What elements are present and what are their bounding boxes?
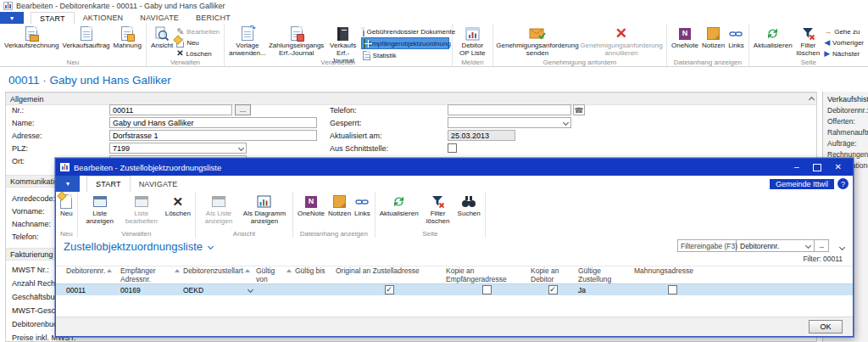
- checkbox[interactable]: [668, 285, 677, 294]
- minimize-button[interactable]: –: [794, 163, 799, 171]
- cell-debitorennr[interactable]: 00011: [64, 286, 119, 294]
- fasttab-allgemein[interactable]: Allgemein: [6, 93, 816, 105]
- dialog-loeschen-button[interactable]: ✕ Löschen: [164, 193, 192, 219]
- col-gueltig-bis[interactable]: Gültig bis: [293, 266, 334, 283]
- suchen-button[interactable]: Suchen: [456, 193, 482, 219]
- aus-schnittstelle-checkbox[interactable]: [448, 143, 457, 153]
- verkaufsrechnung-button[interactable]: Verkaufsrechnung: [3, 25, 61, 51]
- dialog-app-menu-button[interactable]: ▾: [56, 176, 80, 192]
- zahlungseingangs-journal-button[interactable]: Zahlungseingangs Erf.-Journal: [268, 25, 326, 59]
- debitor-op-liste-button[interactable]: Debitor OP Liste: [455, 25, 490, 59]
- name-field[interactable]: Gaby und Hans Galliker: [109, 117, 317, 128]
- nr-field[interactable]: 00011: [109, 104, 232, 115]
- filter-pane-chevron-icon[interactable]: [838, 243, 844, 251]
- naechster-button[interactable]: ▶Nächster: [822, 48, 865, 59]
- nr-label: Nr.:: [12, 106, 24, 115]
- mahnung-button[interactable]: Mahnung: [112, 25, 143, 51]
- col-kopie-an-empfaengeradresse[interactable]: Kopie an Empfängeradresse: [444, 266, 529, 283]
- als-diagramm-anzeigen-button[interactable]: Als Diagramm anzeigen: [239, 193, 290, 227]
- cell-original-an-zustelladresse[interactable]: [334, 285, 444, 294]
- checkbox[interactable]: [482, 285, 492, 294]
- gesperrt-field[interactable]: [448, 117, 571, 128]
- loeschen-button[interactable]: ✕Löschen: [175, 48, 221, 59]
- dialog-aktualisieren-button[interactable]: Aktualisieren: [378, 193, 420, 219]
- page-title: 00011 · Gaby und Hans Galliker: [8, 74, 171, 87]
- filter-loeschen-button[interactable]: Filter löschen: [794, 25, 823, 59]
- col-original-an-zustelladresse[interactable]: Original an Zustelladresse: [334, 266, 444, 283]
- cell-kopie-an-empfaengeradresse[interactable]: [444, 285, 529, 294]
- cell-debitorenzustellart[interactable]: OEKD: [181, 286, 254, 294]
- main-titlebar: Bearbeiten - Debitorenkarte - 00011 - Ga…: [0, 0, 868, 12]
- onenote-icon: N: [305, 196, 317, 208]
- col-mahnungsadresse[interactable]: Mahnungsadresse: [632, 266, 712, 283]
- filter-field-select[interactable]: Debitorennr.: [737, 239, 815, 252]
- telefon-field[interactable]: [448, 104, 571, 115]
- gebuehrendossier-button[interactable]: Gebührendossier Dokumente: [361, 26, 449, 36]
- factbox-title[interactable]: Verkaufshistorie: [827, 95, 868, 104]
- dialog-onenote-button[interactable]: N OneNote: [296, 193, 326, 219]
- checkbox[interactable]: [548, 285, 558, 294]
- onenote-icon: N: [679, 28, 691, 40]
- dialog-filter-loeschen-button[interactable]: Filter löschen: [420, 193, 456, 227]
- adresse-field[interactable]: Dorfstrasse 1: [109, 130, 317, 141]
- bearbeiten-button[interactable]: ✎Bearbeiten: [175, 26, 221, 36]
- filter-bar: Filtereingabe (F3) Debitorennr. →: [677, 239, 829, 252]
- refresh-icon: [392, 194, 406, 209]
- genehmigung-senden-button[interactable]: Genehmigungsanforderung senden: [496, 25, 579, 59]
- onenote-button[interactable]: N OneNote: [670, 25, 700, 51]
- dialog-tab-start[interactable]: START: [86, 176, 131, 192]
- col-kopie-an-debitor[interactable]: Kopie an Debitor: [529, 266, 576, 283]
- cell-empfaenger-adressnr[interactable]: 00169: [119, 286, 181, 294]
- ansicht-button[interactable]: Ansicht: [149, 25, 175, 51]
- tab-aktionen[interactable]: AKTIONEN: [75, 12, 132, 24]
- liste-bearbeiten-button[interactable]: Liste bearbeiten: [120, 193, 164, 227]
- filter-input[interactable]: Filtereingabe (F3): [677, 239, 737, 252]
- cell-gueltige-zustellung[interactable]: Ja: [576, 286, 632, 294]
- dialog-group-seite: Aktualisieren Filter löschen: [376, 192, 486, 238]
- col-gueltige-zustellung[interactable]: Gültige Zustellung: [576, 266, 632, 283]
- vorlage-anwenden-button[interactable]: ↷ Vorlage anwenden...: [227, 25, 268, 59]
- plz-field[interactable]: 7199: [109, 143, 247, 154]
- liste-anzeigen-button[interactable]: Liste anzeigen: [81, 193, 120, 227]
- cell-kopie-an-debitor[interactable]: [529, 285, 576, 294]
- assist-edit-button[interactable]: ...: [235, 104, 251, 115]
- close-button[interactable]: ✕: [835, 163, 842, 171]
- collapse-chevron-icon[interactable]: [808, 95, 814, 104]
- dropdown-chevron-icon: [238, 145, 244, 151]
- telefon-label: Telefon:: [330, 106, 357, 115]
- tab-bericht[interactable]: BERICHT: [187, 12, 239, 24]
- aktualisieren-button[interactable]: Aktualisieren: [752, 25, 794, 51]
- verkaufsauftrag-button[interactable]: Verkaufsauftrag: [61, 25, 112, 51]
- dialog-links-button[interactable]: Links: [353, 193, 372, 219]
- dialog-neu-button[interactable]: Neu: [58, 193, 75, 219]
- checkbox[interactable]: [385, 285, 394, 294]
- phone-icon[interactable]: ☎: [573, 104, 585, 115]
- dialog-notizen-button[interactable]: Notizen: [326, 193, 353, 219]
- caption-chevron-icon[interactable]: [208, 244, 214, 249]
- ribbon-group-seite: Aktualisieren Filter löschen →Gehe zu ◀V…: [749, 24, 868, 66]
- links-button[interactable]: Links: [726, 25, 746, 51]
- list-view-icon: [212, 196, 225, 207]
- dialog-tab-navigate[interactable]: NAVIGATE: [131, 176, 186, 192]
- filter-go-button[interactable]: →: [815, 239, 829, 252]
- help-button[interactable]: ?: [837, 178, 849, 189]
- maximize-button[interactable]: [813, 164, 821, 171]
- col-gueltig-von[interactable]: Gültig von: [254, 266, 293, 283]
- col-debitorennr[interactable]: Debitorennr.: [64, 266, 119, 283]
- ok-button[interactable]: OK: [809, 320, 843, 334]
- tab-navigate[interactable]: NAVIGATE: [131, 12, 187, 24]
- col-empfaenger-adressnr[interactable]: Empfänger Adressnr.: [119, 266, 181, 283]
- dialog-ribbon: Neu Neu Liste anzeigen Liste bearbeiten …: [56, 192, 853, 238]
- genehmigung-annullieren-button[interactable]: ✕ Genehmigungsanforderung annullieren: [579, 25, 664, 59]
- cell-mahnungsadresse[interactable]: [632, 285, 712, 294]
- notizen-button[interactable]: Notizen: [700, 25, 726, 51]
- vorheriger-button[interactable]: ◀Vorheriger: [822, 37, 865, 48]
- empfaengerobjektzuordnung-button[interactable]: Empfängerobjektzuordnung: [361, 37, 449, 49]
- tab-start[interactable]: START: [31, 12, 75, 24]
- app-menu-button[interactable]: ▾: [0, 12, 24, 24]
- neu-small-button[interactable]: Neu: [175, 37, 221, 48]
- gehe-zu-button[interactable]: →Gehe zu: [822, 26, 865, 36]
- table-row[interactable]: 00011 00169 OEKD Ja: [56, 284, 853, 295]
- als-liste-anzeigen-button[interactable]: Als Liste anzeigen: [198, 193, 239, 227]
- col-debitorenzustellart[interactable]: Debitorenzustellart: [181, 266, 254, 283]
